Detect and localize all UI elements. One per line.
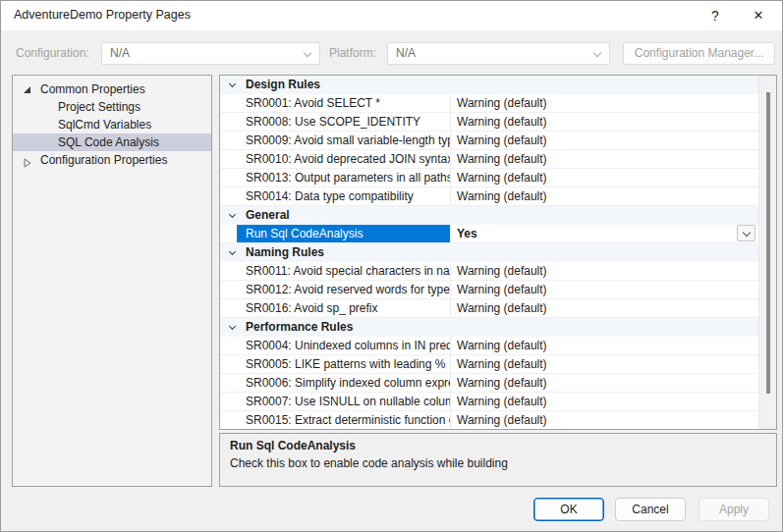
property-name[interactable]: SR0016: Avoid sp_ prefix [220,299,450,317]
grid-section-row[interactable]: Performance Rules [220,318,758,337]
property-value[interactable]: Warning (default) [450,411,758,429]
section-collapse-icon[interactable] [229,211,236,218]
help-button[interactable]: ? [700,3,730,28]
tree-item-common-properties[interactable]: Common Properties [13,80,211,98]
platform-combobox[interactable]: N/A [387,42,610,65]
property-value-text: Yes [457,227,477,240]
chevron-down-icon [593,49,601,57]
property-value-text: Warning (default) [457,189,547,203]
help-icon: ? [711,8,719,24]
properties-tree: Common PropertiesProject SettingsSqlCmd … [12,75,212,487]
property-name[interactable]: SR0007: Use ISNULL on nullable column [220,393,450,410]
tree-item-sql-code-analysis[interactable]: SQL Code Analysis [13,133,211,151]
property-grid-content: Design RulesSR0001: Avoid SELECT *Warnin… [220,76,758,430]
property-value[interactable]: Warning (default) [450,374,758,392]
grid-property-row[interactable]: SR0005: LIKE patterns with leading %Warn… [220,355,758,374]
grid-property-row[interactable]: SR0010: Avoid deprecated JOIN syntaxWarn… [220,150,758,169]
section-title: Naming Rules [246,243,324,262]
configuration-combobox[interactable]: N/A [101,42,320,65]
property-value[interactable]: Warning (default) [450,113,758,131]
tree-item-configuration-properties[interactable]: Configuration Properties [13,151,211,169]
section-title: Performance Rules [246,318,353,337]
property-pages-dialog: AdventureDemo Property Pages ? ✕ Configu… [0,0,783,532]
property-value[interactable]: Warning (default) [450,94,758,112]
close-icon: ✕ [754,8,764,23]
property-value[interactable]: Warning (default) [450,337,758,354]
property-name[interactable]: SR0011: Avoid special characters in nam [220,262,450,280]
scrollbar-thumb[interactable] [766,92,770,394]
description-text: Check this box to enable code analysis w… [230,456,766,470]
property-name[interactable]: SR0005: LIKE patterns with leading % [220,355,450,373]
section-title: General [246,206,290,225]
property-name[interactable]: SR0008: Use SCOPE_IDENTITY [220,113,450,131]
tree-collapsed-icon[interactable] [24,155,31,173]
grid-property-row[interactable]: SR0012: Avoid reserved words for type nW… [220,281,758,299]
grid-section-row[interactable]: General [220,206,758,225]
grid-property-row[interactable]: SR0006: Simplify indexed column expresWa… [220,374,758,393]
property-value-text: Warning (default) [457,357,547,371]
grid-section-row[interactable]: Naming Rules [220,243,758,262]
grid-property-row[interactable]: Run Sql CodeAnalysisYes [220,225,758,243]
grid-property-row[interactable]: SR0015: Extract deterministic function c… [220,411,758,430]
property-value-text: Warning (default) [457,339,547,352]
property-name[interactable]: SR0015: Extract deterministic function c… [220,411,450,429]
tree-item-label: Configuration Properties [40,151,167,169]
property-name[interactable]: SR0009: Avoid small variable-length typ [220,132,450,149]
property-name[interactable]: SR0010: Avoid deprecated JOIN syntax [220,150,450,168]
property-value[interactable]: Warning (default) [450,355,758,373]
grid-property-row[interactable]: SR0016: Avoid sp_ prefixWarning (default… [220,299,758,318]
grid-property-row[interactable]: SR0004: Unindexed columns in IN predicWa… [220,337,758,355]
tree-item-sqlcmd-variables[interactable]: SqlCmd Variables [13,116,211,133]
grid-property-row[interactable]: SR0013: Output parameters in all pathsWa… [220,169,758,187]
property-name[interactable]: SR0001: Avoid SELECT * [220,94,450,112]
platform-label: Platform: [329,46,376,60]
grid-property-row[interactable]: SR0009: Avoid small variable-length typW… [220,132,758,150]
tree-expanded-icon[interactable] [24,86,30,93]
property-name[interactable]: SR0012: Avoid reserved words for type n [220,281,450,298]
property-value[interactable]: Yes [450,225,758,242]
section-collapse-icon[interactable] [229,248,236,255]
value-dropdown-button[interactable] [737,225,755,241]
window-title: AdventureDemo Property Pages [14,8,191,22]
property-value[interactable]: Warning (default) [450,281,758,298]
property-value-text: Warning (default) [457,115,547,129]
tree-item-label: SQL Code Analysis [58,133,159,151]
property-grid: Design RulesSR0001: Avoid SELECT *Warnin… [219,75,777,430]
cancel-button[interactable]: Cancel [615,498,686,521]
chevron-down-icon [304,49,311,57]
description-title: Run Sql CodeAnalysis [230,439,766,452]
tree-item-project-settings[interactable]: Project Settings [13,98,211,116]
tree-item-label: Common Properties [40,80,145,98]
property-value-text: Warning (default) [457,152,547,166]
property-value[interactable]: Warning (default) [450,150,758,168]
property-name[interactable]: SR0006: Simplify indexed column expres [220,374,450,392]
property-value[interactable]: Warning (default) [450,393,758,410]
property-name[interactable]: SR0004: Unindexed columns in IN predic [220,337,450,354]
configuration-label: Configuration: [16,46,89,60]
tree-item-label: Project Settings [58,98,140,116]
property-value-text: Warning (default) [457,301,547,315]
property-name[interactable]: Run Sql CodeAnalysis [220,225,450,242]
grid-property-row[interactable]: SR0014: Data type compatibilityWarning (… [220,187,758,206]
configuration-manager-button[interactable]: Configuration Manager... [623,42,775,65]
property-value[interactable]: Warning (default) [450,132,758,149]
property-value[interactable]: Warning (default) [450,299,758,317]
property-value[interactable]: Warning (default) [450,262,758,280]
property-value-text: Warning (default) [457,264,547,278]
close-button[interactable]: ✕ [744,3,773,28]
section-collapse-icon[interactable] [229,80,236,87]
grid-property-row[interactable]: SR0001: Avoid SELECT *Warning (default) [220,94,758,113]
grid-property-row[interactable]: SR0008: Use SCOPE_IDENTITYWarning (defau… [220,113,758,132]
property-value[interactable]: Warning (default) [450,187,758,205]
chevron-down-icon [743,229,751,237]
grid-property-row[interactable]: SR0011: Avoid special characters in namW… [220,262,758,281]
ok-button[interactable]: OK [533,498,604,521]
grid-property-row[interactable]: SR0007: Use ISNULL on nullable columnWar… [220,393,758,411]
property-value[interactable]: Warning (default) [450,169,758,186]
grid-section-row[interactable]: Design Rules [220,76,758,94]
apply-button[interactable]: Apply [699,498,769,521]
section-collapse-icon[interactable] [229,323,236,330]
grid-scrollbar[interactable] [758,76,776,429]
property-name[interactable]: SR0013: Output parameters in all paths [220,169,450,186]
property-name[interactable]: SR0014: Data type compatibility [220,187,450,205]
